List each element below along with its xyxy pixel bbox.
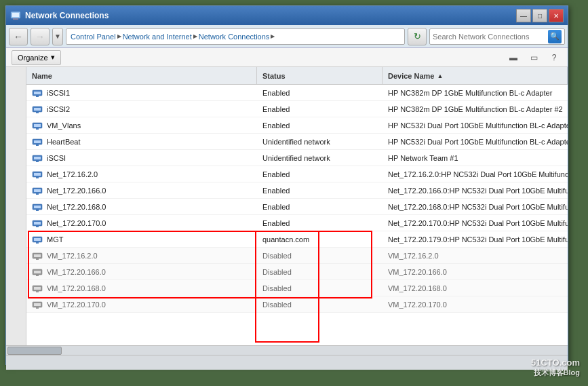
connection-name: iSCSI (47, 154, 66, 162)
close-button[interactable]: ✕ (549, 9, 564, 22)
table-row[interactable]: Net_172.20.170.0EnabledNet_172.20.170.0:… (26, 215, 568, 231)
svg-rect-20 (36, 177, 39, 178)
maximize-button[interactable]: □ (532, 9, 547, 22)
cell-device: VM_172.16.2.0 (383, 248, 568, 263)
connection-name: Net_172.20.168.0 (47, 203, 106, 211)
col-header-device[interactable]: Device Name ▲ (383, 67, 568, 84)
minimize-button[interactable]: — (516, 9, 531, 22)
table-row[interactable]: iSCSIUnidentified networkHP Network Team… (26, 150, 568, 166)
cell-status: Disabled (257, 248, 383, 263)
title-bar: Network Connections — □ ✕ (6, 6, 568, 25)
svg-rect-23 (36, 193, 39, 195)
network-icon (32, 104, 43, 115)
table-body: iSCSI1EnabledHP NC382m DP 1GbE Multifunc… (26, 85, 568, 345)
cell-name: Net_172.20.168.0 (26, 199, 257, 214)
svg-rect-41 (36, 291, 39, 292)
table-row[interactable]: Net_172.20.168.0EnabledNet_172.20.168.0:… (26, 199, 568, 215)
preview-button[interactable]: ▭ (526, 50, 542, 65)
watermark-line1: 51CTO.com (531, 358, 580, 368)
breadcrumb-network-internet[interactable]: Network and Internet ▶ (123, 33, 197, 41)
view-toggle-button[interactable]: ▬ (505, 50, 522, 65)
left-sidebar (6, 67, 26, 345)
cell-status: Enabled (257, 85, 383, 100)
table-row[interactable]: Net_172.16.2.0EnabledNet_172.16.2.0:HP N… (26, 166, 568, 182)
col-header-name[interactable]: Name (26, 67, 257, 84)
connection-name: iSCSI2 (47, 105, 70, 113)
table-row[interactable]: Net_172.20.166.0EnabledNet_172.20.166.0:… (26, 182, 568, 199)
recent-pages-button[interactable]: ▼ (52, 28, 63, 45)
network-icon (32, 299, 43, 310)
horizontal-scrollbar[interactable] (6, 345, 568, 355)
table-row[interactable]: iSCSI2EnabledHP NC382m DP 1GbE Multifunc… (26, 101, 568, 117)
table-header: Name Status Device Name ▲ (26, 67, 568, 85)
table-row[interactable]: VM_172.20.168.0DisabledVM_172.20.168.0 (26, 280, 568, 296)
cell-name: VM_Vlans (26, 117, 257, 133)
cell-device: Net_172.20.170.0:HP NC532i Dual Port 10G… (383, 215, 568, 231)
connections-table: Name Status Device Name ▲ iSCSI1EnabledH… (26, 67, 568, 345)
svg-rect-22 (34, 189, 41, 192)
cell-name: Net_172.16.2.0 (26, 166, 257, 182)
connection-name: VM_172.20.170.0 (47, 301, 106, 309)
cell-device: HP NC382m DP 1GbE Multifunction BL-c Ada… (383, 85, 568, 100)
breadcrumb-network-connections[interactable]: Network Connections ▶ (199, 33, 275, 41)
back-button[interactable]: ← (9, 28, 28, 45)
forward-button[interactable]: → (31, 28, 50, 45)
network-icon (32, 267, 43, 277)
search-button[interactable]: 🔍 (548, 30, 562, 43)
breadcrumb-bar: Control Panel ▶ Network and Internet ▶ N… (66, 28, 405, 45)
table-row[interactable]: iSCSI1EnabledHP NC382m DP 1GbE Multifunc… (26, 85, 568, 101)
cell-device: Net_172.20.166.0:HP NC532i Dual Port 10G… (383, 182, 568, 198)
cell-name: HeartBeat (26, 134, 257, 149)
scrollbar-thumb[interactable] (7, 347, 62, 355)
table-row[interactable]: MGTquantacn.comNet_172.20.179.0:HP NC532… (26, 231, 568, 248)
network-icon (32, 169, 43, 180)
table-row[interactable]: VM_172.20.170.0DisabledVM_172.20.170.0 (26, 296, 568, 313)
cell-status: Disabled (257, 280, 383, 296)
organize-arrow-icon: ▾ (51, 53, 55, 62)
table-row[interactable]: VM_172.20.166.0DisabledVM_172.20.166.0 (26, 264, 568, 280)
toolbar: Organize ▾ ▬ ▭ ? (6, 48, 568, 67)
cell-device: HP NC382m DP 1GbE Multifunction BL-c Ada… (383, 101, 568, 117)
network-icon (32, 250, 43, 261)
cell-name: iSCSI (26, 150, 257, 166)
network-icon (32, 88, 43, 98)
cell-name: iSCSI2 (26, 101, 257, 117)
table-row[interactable]: VM_172.16.2.0DisabledVM_172.16.2.0 (26, 248, 568, 264)
status-bar (6, 355, 568, 370)
cell-name: VM_172.20.168.0 (26, 280, 257, 296)
refresh-button[interactable]: ↻ (408, 28, 427, 45)
title-bar-left: Network Connections (10, 10, 109, 21)
network-icon (32, 185, 43, 196)
organize-button[interactable]: Organize ▾ (12, 50, 61, 65)
cell-status: Enabled (257, 199, 383, 214)
svg-rect-2 (13, 18, 18, 20)
window-icon (10, 10, 21, 21)
cell-status: Unidentified network (257, 150, 383, 166)
svg-rect-44 (36, 307, 39, 309)
breadcrumb-control-panel[interactable]: Control Panel ▶ (71, 33, 121, 41)
network-icon (32, 153, 43, 163)
connection-name: HeartBeat (47, 138, 81, 146)
help-button[interactable]: ? (546, 50, 562, 65)
search-input[interactable] (433, 33, 548, 41)
cell-status: Enabled (257, 117, 383, 133)
svg-rect-17 (36, 161, 39, 162)
cell-name: Net_172.20.166.0 (26, 182, 257, 198)
cell-device: HP NC532i Dual Port 10GbE Multifunction … (383, 117, 568, 133)
col-header-status[interactable]: Status (257, 67, 383, 84)
cell-device: HP NC532i Dual Port 10GbE Multifunction … (383, 134, 568, 149)
svg-rect-25 (34, 206, 41, 208)
watermark-line2: 技术博客Blog (531, 368, 580, 378)
table-row[interactable]: HeartBeatUnidentified networkHP NC532i D… (26, 134, 568, 150)
network-icon (32, 283, 43, 294)
table-row[interactable]: VM_VlansEnabledHP NC532i Dual Port 10GbE… (26, 117, 568, 134)
connection-name: Net_172.16.2.0 (47, 170, 98, 178)
network-icon (32, 136, 43, 147)
watermark: 51CTO.com 技术博客Blog (531, 358, 580, 378)
search-bar: 🔍 (429, 28, 565, 45)
connection-name: VM_Vlans (47, 121, 81, 130)
connection-name: MGT (47, 235, 63, 244)
cell-status: Enabled (257, 182, 383, 198)
network-icon (32, 218, 43, 229)
cell-status: Unidentified network (257, 134, 383, 149)
